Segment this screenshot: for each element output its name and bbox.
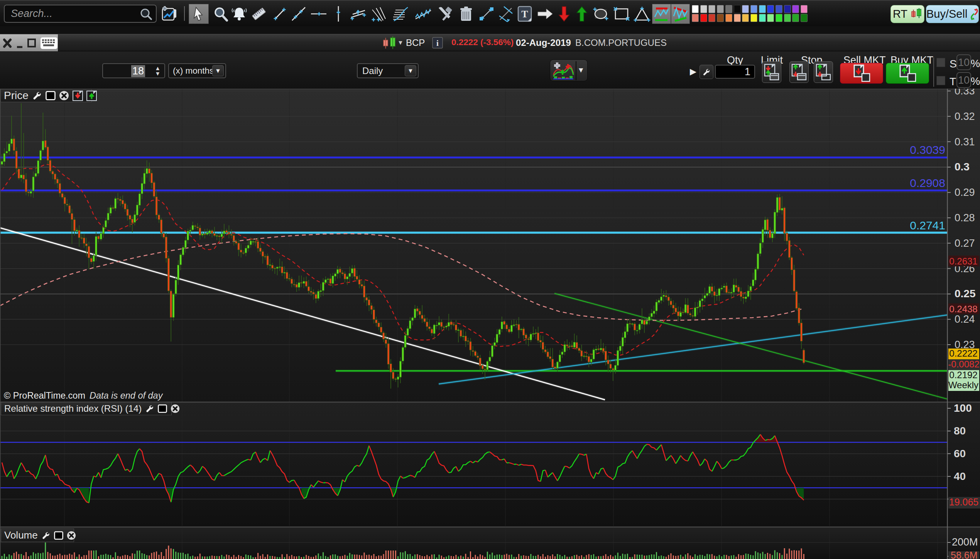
svg-text:0.2631: 0.2631 (949, 256, 977, 266)
svg-text:0.28: 0.28 (955, 212, 975, 224)
svg-text:40: 40 (954, 470, 966, 482)
svg-text:0.3039: 0.3039 (910, 143, 945, 156)
svg-text:0.2741: 0.2741 (910, 219, 945, 232)
svg-text:0.2908: 0.2908 (910, 177, 945, 189)
svg-text:58.6M: 58.6M (951, 550, 977, 559)
svg-text:Data is end of day: Data is end of day (90, 391, 163, 401)
svg-text:© ProRealTime.com: © ProRealTime.com (4, 391, 85, 401)
svg-text:0.25: 0.25 (955, 288, 976, 300)
svg-text:0.2438: 0.2438 (949, 304, 977, 314)
svg-text:0.3: 0.3 (955, 161, 970, 173)
svg-text:0.31: 0.31 (955, 136, 975, 148)
svg-text:80: 80 (954, 425, 966, 437)
svg-text:Weekly: Weekly (948, 380, 978, 390)
svg-text:100: 100 (954, 402, 972, 414)
svg-text:i: i (436, 39, 439, 48)
svg-text:19.065: 19.065 (949, 497, 978, 507)
svg-text:60: 60 (954, 448, 966, 460)
svg-text:200M: 200M (952, 536, 978, 548)
svg-text:-0.0082: -0.0082 (948, 359, 979, 369)
svg-text:0.27: 0.27 (955, 237, 975, 249)
svg-text:0.2222: 0.2222 (949, 348, 977, 359)
svg-text:0.29: 0.29 (955, 187, 975, 198)
svg-text:0.32: 0.32 (955, 111, 975, 122)
svg-text:0.24: 0.24 (955, 313, 975, 325)
svg-text:T: T (521, 8, 528, 20)
svg-text:0.33: 0.33 (955, 89, 975, 97)
svg-text:0.2192: 0.2192 (949, 370, 977, 380)
